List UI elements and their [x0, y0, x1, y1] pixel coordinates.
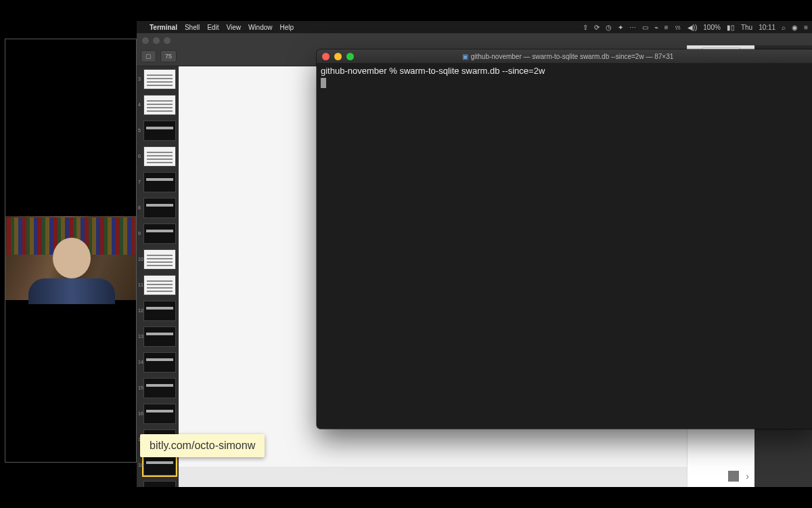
slide-thumbnail[interactable]: 8 — [143, 198, 176, 218]
slide-number: 9 — [138, 231, 141, 236]
battery-percent: 100% — [703, 24, 721, 31]
slide-number: 14 — [138, 360, 143, 364]
slide-thumbnail[interactable]: 15 — [143, 378, 176, 398]
clock-icon[interactable]: ◷ — [606, 24, 612, 31]
slide-number: 11 — [138, 282, 143, 287]
menu-edit[interactable]: Edit — [207, 24, 219, 31]
presenter-webcam — [5, 39, 137, 463]
slide-thumbnail[interactable]: 10 — [143, 249, 176, 270]
overflow-icon[interactable]: ⋯ — [629, 24, 636, 31]
wifi-icon[interactable]: ᯾ — [675, 24, 681, 31]
terminal-titlebar[interactable]: ▣github-november — swarm-to-sqlite swarm… — [317, 49, 812, 63]
terminal-traffic-lights[interactable] — [322, 53, 354, 60]
slide-thumbnail[interactable]: 6 — [143, 146, 176, 167]
slide-thumbnail[interactable]: 16 — [143, 404, 176, 424]
slide-thumbnail[interactable]: 11 — [143, 275, 176, 295]
side-panel-chevron-icon[interactable]: › — [746, 471, 749, 482]
menu-view[interactable]: View — [226, 24, 241, 31]
control-icon[interactable]: ≡ — [664, 24, 669, 31]
slide-number: 18 — [138, 463, 143, 467]
bitly-link-overlay: bitly.com/octo-simonw — [140, 434, 265, 457]
slide-number: 7 — [138, 179, 141, 184]
sync-icon[interactable]: ⟳ — [594, 24, 600, 31]
slide-thumbnail[interactable]: 18 — [143, 455, 176, 475]
slide-number: 5 — [138, 128, 141, 133]
slide-thumbnail[interactable]: 4 — [143, 95, 176, 115]
folder-icon: ▣ — [462, 53, 468, 60]
terminal-command: swarm-to-sqlite swarm.db --since=2w — [399, 66, 545, 76]
evernote-icon[interactable]: ✦ — [618, 24, 623, 31]
menu-shell[interactable]: Shell — [185, 24, 200, 31]
window-zoom-button[interactable] — [346, 53, 354, 60]
menu-window[interactable]: Window — [248, 24, 273, 31]
slide-thumbnail[interactable]: 7 — [143, 172, 176, 192]
spotlight-icon[interactable]: ⌕ — [782, 24, 786, 31]
window-minimize-button[interactable] — [334, 53, 342, 60]
slide-thumbnail[interactable]: 12 — [143, 301, 176, 321]
keynote-traffic-lights[interactable] — [142, 37, 171, 44]
slide-number: 3 — [138, 77, 141, 81]
slide-thumbnail[interactable]: 5 — [143, 121, 176, 141]
window-close-button[interactable] — [322, 53, 330, 60]
notification-center-icon[interactable]: ≡ — [804, 24, 808, 31]
terminal-body[interactable]: github-november % swarm-to-sqlite swarm.… — [317, 63, 812, 429]
clock-day: Thu — [741, 24, 752, 31]
menu-help[interactable]: Help — [280, 24, 294, 31]
terminal-title: ▣github-november — swarm-to-sqlite swarm… — [317, 53, 812, 60]
webcam-video-frame — [5, 216, 136, 300]
slide-thumbnail[interactable]: 13 — [143, 326, 176, 347]
slide-thumbnail-panel[interactable]: 345678910111213141516171819 — [137, 66, 179, 487]
terminal-prompt-line: github-november % swarm-to-sqlite swarm.… — [321, 65, 812, 77]
macos-menubar[interactable]: Terminal Shell Edit View Window Help ⇪ ⟳… — [137, 21, 812, 33]
terminal-cursor — [321, 78, 326, 88]
slide-number: 4 — [138, 102, 141, 107]
shared-desktop: Terminal Shell Edit View Window Help ⇪ ⟳… — [137, 21, 812, 487]
slide-number: 15 — [138, 385, 143, 390]
siri-icon[interactable]: ◉ — [792, 24, 798, 31]
slide-number: 8 — [138, 205, 141, 210]
keynote-view-button[interactable]: ▢ — [141, 50, 156, 62]
webcam-person — [26, 238, 117, 297]
slide-number: 13 — [138, 334, 143, 339]
slide-number: 6 — [138, 154, 141, 158]
slide-thumbnail[interactable]: 14 — [143, 352, 176, 373]
menubar-tray: ⇪ ⟳ ◷ ✦ ⋯ ▭ ⌁ ≡ ᯾ ◀)) 100% ▮▯ Thu 10:11 … — [583, 24, 808, 31]
dropbox-icon[interactable]: ⇪ — [583, 24, 588, 31]
slide-thumbnail[interactable]: 19 — [143, 481, 176, 487]
slide-number: 16 — [138, 411, 143, 416]
slide-number: 12 — [138, 308, 143, 313]
explore-button[interactable] — [728, 471, 739, 482]
volume-icon[interactable]: ◀)) — [687, 24, 698, 31]
keynote-zoom-button[interactable]: 75 — [160, 50, 177, 62]
display-icon[interactable]: ▭ — [642, 24, 648, 31]
slide-thumbnail[interactable]: 3 — [143, 69, 176, 89]
menubar-app-name[interactable]: Terminal — [150, 24, 177, 31]
bluetooth-icon[interactable]: ⌁ — [654, 24, 658, 31]
slide-thumbnail[interactable]: 9 — [143, 224, 176, 244]
slide-number: 10 — [138, 257, 143, 261]
clock-time[interactable]: 10:11 — [759, 24, 775, 31]
battery-icon[interactable]: ▮▯ — [727, 24, 735, 31]
terminal-window[interactable]: ▣github-november — swarm-to-sqlite swarm… — [317, 49, 812, 429]
